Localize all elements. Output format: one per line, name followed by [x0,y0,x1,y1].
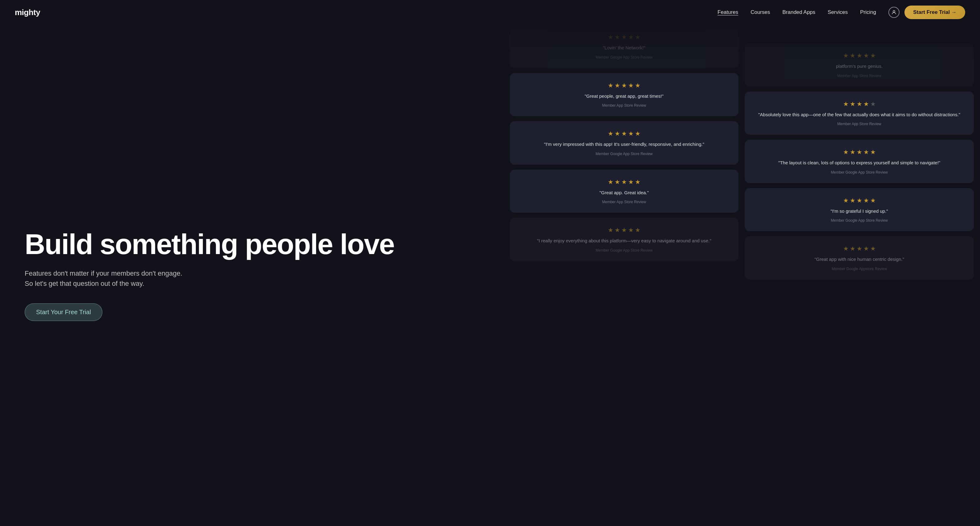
review-text: "I'm very impressed with this app! It's … [517,141,732,148]
star: ★ [628,82,634,89]
star: ★ [843,245,849,252]
user-icon[interactable] [888,7,899,18]
nav-link-services[interactable]: Services [828,9,848,15]
review-text: "Great app with nice human centric desig… [752,256,966,263]
reviews-column-left: ★ ★ ★ ★ ★ "Lovin' the Network!" Member G… [510,25,739,526]
nav-item-services[interactable]: Services [828,9,848,16]
star: ★ [608,226,613,234]
review-card: ★ ★ ★ ★ ★ "Great people, great app, grea… [510,73,739,116]
star: ★ [870,245,876,252]
star: ★ [850,52,856,59]
review-text: "The layout is clean, lots of options to… [752,159,966,167]
review-source: Member Google App Store Review [517,248,732,253]
reviews-section: ★ ★ ★ ★ ★ "Lovin' the Network!" Member G… [510,25,980,526]
star: ★ [864,148,869,156]
review-text: "Absolutely love this app—one of the few… [752,111,966,118]
review-source: Member Google App Store Review [517,55,732,59]
nav-link-courses[interactable]: Courses [751,9,770,15]
stars: ★ ★ ★ ★ ★ [517,178,732,186]
star: ★ [857,148,862,156]
star: ★ [628,33,634,41]
review-card: ★ ★ ★ ★ ★ "Lovin' the Network!" Member G… [510,25,739,68]
star: ★ [635,82,641,89]
star: ★ [864,100,869,108]
star: ★ [621,33,627,41]
star: ★ [628,226,634,234]
star: ★ [850,197,856,204]
review-source: Member App Store Review [752,122,966,126]
star: ★ [635,226,641,234]
review-card: ★ ★ ★ ★ ★ "The layout is clean, lots of … [745,140,974,183]
star: ★ [621,130,627,137]
review-card: ★ ★ ★ ★ ★ "I'm very impressed with this … [510,121,739,165]
star: ★ [850,148,856,156]
nav-icons: Start Free Trial → [888,6,965,19]
review-source: Member App Store Review [517,200,732,204]
star: ★ [608,130,613,137]
star: ★ [614,33,620,41]
star: ★ [857,197,862,204]
hero-section: Build something people love Features don… [0,25,510,526]
review-source: Member Google Appstore Review [752,267,966,271]
star: ★ [608,33,613,41]
review-text: "Great people, great app, great times!" [517,93,732,100]
nav-item-branded-apps[interactable]: Branded Apps [782,9,815,16]
star: ★ [870,52,876,59]
star: ★ [850,100,856,108]
star: ★ [628,178,634,186]
stars: ★ ★ ★ ★ ★ [517,33,732,41]
nav-link-pricing[interactable]: Pricing [860,9,876,15]
hero-cta-button[interactable]: Start Your Free Trial [25,304,102,321]
star: ★ [843,100,849,108]
nav-item-pricing[interactable]: Pricing [860,9,876,16]
hero-title: Build something people love [25,230,491,258]
review-text: "I'm so grateful I signed up." [752,208,966,215]
review-card: ★ ★ ★ ★ ★ "Great app with nice human cen… [745,236,974,280]
nav-item-features[interactable]: Features [718,9,738,16]
star: ★ [614,82,620,89]
stars: ★ ★ ★ ★ ★ [752,100,966,108]
review-text: "Lovin' the Network!" [517,44,732,51]
stars: ★ ★ ★ ★ ★ [517,226,732,234]
star: ★ [621,226,627,234]
star: ★ [857,100,862,108]
star: ★ [843,197,849,204]
star: ★ [608,178,613,186]
nav-link-features[interactable]: Features [718,9,738,15]
review-text: "I really enjoy everything about this pl… [517,237,732,245]
star: ★ [864,245,869,252]
star: ★ [614,130,620,137]
stars: ★ ★ ★ ★ ★ [517,82,732,89]
star: ★ [843,52,849,59]
review-card: ★ ★ ★ ★ ★ "I'm so grateful I signed up."… [745,188,974,232]
review-card: ★ ★ ★ ★ ★ "Great app. Great idea." Membe… [510,170,739,213]
review-card: ★ ★ ★ ★ ★ "Absolutely love this app—one … [745,92,974,135]
svg-point-0 [893,11,895,12]
nav-links: Features Courses Branded Apps Services P… [718,9,876,16]
review-text: platform's pure genius. [752,63,966,70]
start-free-trial-button[interactable]: Start Free Trial → [904,6,965,19]
review-card: ★ ★ ★ ★ ★ "I really enjoy everything abo… [510,218,739,261]
star: ★ [614,226,620,234]
review-source: Member Google App Store Review [752,218,966,222]
navbar: mighty Features Courses Branded Apps Ser… [0,0,980,25]
review-card: ★ ★ ★ ★ ★ platform's pure genius. Member… [745,43,974,87]
star: ★ [628,130,634,137]
review-source: Member Google App Store Review [752,170,966,175]
logo[interactable]: mighty [15,8,40,17]
star: ★ [621,178,627,186]
nav-item-courses[interactable]: Courses [751,9,770,16]
star: ★ [857,52,862,59]
reviews-column-right: ★ ★ ★ ★ ★ platform's pure genius. Member… [745,25,974,526]
star: ★ [870,197,876,204]
star: ★ [635,130,641,137]
star: ★ [614,178,620,186]
review-text: "Great app. Great idea." [517,189,732,196]
star: ★ [635,178,641,186]
star: ★ [870,100,876,108]
star: ★ [850,245,856,252]
review-source: Member App Store Review [752,74,966,78]
star: ★ [621,82,627,89]
nav-link-branded-apps[interactable]: Branded Apps [782,9,815,15]
stars: ★ ★ ★ ★ ★ [752,197,966,204]
